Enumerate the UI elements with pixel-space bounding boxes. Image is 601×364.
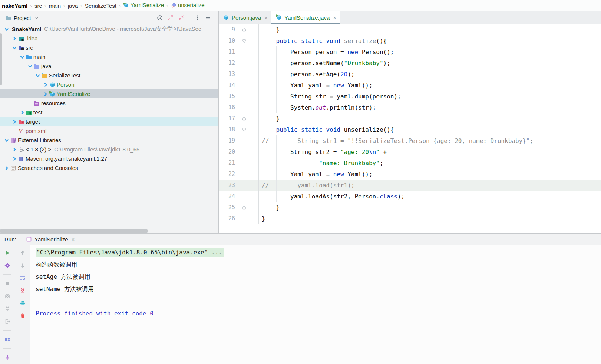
chevron-collapsed-icon[interactable] (3, 165, 10, 171)
clear-button[interactable] (17, 311, 28, 321)
breadcrumb-item-unserialize[interactable]: unserialize (170, 2, 205, 8)
stop-button[interactable] (2, 278, 13, 289)
code-text: } (259, 204, 280, 211)
code-line-10[interactable]: 10 public static void serialize(){ (219, 35, 601, 46)
editor-tab-person-java[interactable]: Person.java× (219, 11, 271, 24)
down-button[interactable] (17, 260, 28, 271)
chevron-collapsed-icon[interactable] (11, 156, 18, 162)
breadcrumb-item-yamlserialize[interactable]: YamlSerialize (123, 2, 165, 8)
tree-item-main[interactable]: main (0, 52, 219, 61)
scroll-end-icon (20, 288, 26, 294)
chevron-collapsed-icon[interactable] (11, 36, 18, 41)
tree-item-external-libraries[interactable]: External Libraries (0, 136, 219, 145)
tree-item-test[interactable]: test (0, 108, 219, 117)
tree-item-label: SnakeYaml (12, 26, 41, 32)
exit-button[interactable] (2, 316, 13, 327)
close-icon[interactable]: × (333, 14, 336, 21)
line-number: 12 (219, 60, 240, 66)
tree-item-maven-org-yaml-snakeyaml-1-27[interactable]: Maven: org.yaml:snakeyaml:1.27 (0, 154, 219, 163)
horizontal-scrollbar-thumb[interactable] (0, 229, 148, 233)
code-line-26[interactable]: 26} (219, 213, 601, 224)
tree-item-person[interactable]: Person (0, 80, 219, 89)
collapse-all-icon[interactable] (178, 15, 184, 21)
line-number: 24 (219, 193, 240, 200)
locate-icon[interactable] (157, 15, 163, 21)
chevron-collapsed-icon[interactable] (42, 82, 49, 88)
code-line-9[interactable]: 9 } (219, 24, 601, 35)
tree-item-label: src (26, 44, 33, 51)
chevron-expanded-icon[interactable] (26, 63, 34, 69)
hide-icon[interactable] (205, 15, 211, 21)
chevron-collapsed-icon[interactable] (42, 91, 49, 97)
chevron-collapsed-icon[interactable] (11, 119, 18, 125)
breadcrumb-item-main[interactable]: main (48, 3, 62, 9)
tree-item-yamlserialize[interactable]: YamlSerialize (0, 89, 219, 98)
chevron-expanded-icon[interactable] (3, 137, 10, 143)
fold-marker[interactable] (240, 124, 259, 135)
chevron-collapsed-icon[interactable] (19, 110, 26, 116)
fold-marker[interactable] (240, 24, 259, 35)
softwrap-button[interactable] (17, 273, 28, 283)
breadcrumb-item-src[interactable]: src (34, 3, 43, 9)
breadcrumb-item-java[interactable]: java (67, 3, 79, 9)
run-tab[interactable]: YamlSerialize × (22, 234, 78, 245)
breadcrumb-item-nakeyaml[interactable]: nakeYaml (1, 3, 28, 9)
chevron-down-icon[interactable] (34, 15, 40, 21)
close-icon[interactable]: × (264, 14, 268, 21)
tree-item-serializetest[interactable]: SerializeTest (0, 71, 219, 80)
editor-tab-yamlserialize-java[interactable]: YamlSerialize.java× (271, 11, 340, 24)
pin-button[interactable] (2, 353, 13, 363)
close-icon[interactable]: × (72, 236, 75, 243)
tree-item-1-8-2[interactable]: < 1.8 (2) >C:\Program Files\Java\jdk1.8.… (0, 145, 219, 154)
tree-item-scratches-and-consoles[interactable]: Scratches and Consoles (0, 163, 219, 173)
tree-item-snakeyaml[interactable]: SnakeYamlC:\Users\VanHurts\OneDrive - mi… (0, 24, 219, 34)
tab-label: Person.java (232, 14, 261, 21)
scroll-end-button[interactable] (17, 285, 28, 296)
code-text: person.setAge(20); (259, 71, 354, 78)
tree-item-java[interactable]: java (0, 61, 219, 71)
chevron-collapsed-icon[interactable] (11, 147, 18, 153)
snapshot-button[interactable] (2, 291, 13, 301)
console-line: Process finished with exit code 0 (36, 307, 601, 320)
indent-guide (276, 46, 277, 113)
more-icon[interactable] (194, 15, 200, 21)
line-number: 14 (219, 82, 240, 89)
settings-button[interactable] (2, 260, 13, 271)
fold-gutter (240, 180, 259, 191)
fold-marker[interactable] (240, 113, 259, 124)
rerun-button[interactable] (2, 248, 13, 258)
tree-item-pom-xml[interactable]: Vpom.xml (0, 126, 219, 136)
code-line-25[interactable]: 25 } (219, 202, 601, 213)
chevron-expanded-icon[interactable] (19, 54, 26, 60)
layout-button[interactable] (2, 334, 13, 345)
tree-item-idea[interactable]: .idea (0, 34, 219, 43)
indent-guide (276, 135, 277, 202)
expand-all-icon[interactable] (168, 15, 174, 21)
tree-item-label: main (33, 54, 46, 60)
chevron-expanded-icon[interactable] (11, 45, 18, 51)
line-number: 16 (219, 104, 240, 111)
breadcrumb-label: nakeYaml (2, 3, 27, 9)
code-line-18[interactable]: 18 public static void unserialize(){ (219, 124, 601, 135)
chevron-expanded-icon[interactable] (34, 73, 42, 79)
print-button[interactable] (17, 298, 28, 308)
tree-item-target[interactable]: target (0, 117, 219, 126)
breadcrumb-item-serializetest[interactable]: SerializeTest (84, 3, 117, 9)
attach-button[interactable] (2, 304, 13, 314)
code-line-17[interactable]: 17 } (219, 113, 601, 124)
console-line (36, 295, 601, 307)
chevron-expanded-icon[interactable] (3, 26, 10, 32)
tree-item-resources[interactable]: resources (0, 98, 219, 108)
tree-item-label: test (33, 109, 42, 116)
tree-item-label: pom.xml (26, 128, 47, 134)
up-button[interactable] (17, 248, 28, 258)
breadcrumb-separator: › (119, 3, 121, 9)
fold-marker[interactable] (240, 202, 259, 213)
vertical-scrollbar-thumb[interactable] (0, 33, 2, 85)
project-folder-icon (5, 15, 11, 21)
code-area[interactable]: 9 }10 public static void serialize(){11 … (219, 24, 601, 224)
tree-item-src[interactable]: src (0, 43, 219, 52)
fold-marker[interactable] (240, 35, 259, 46)
line-number: 23 (219, 182, 240, 188)
code-text: Yaml yaml = new Yaml(); (259, 82, 373, 89)
